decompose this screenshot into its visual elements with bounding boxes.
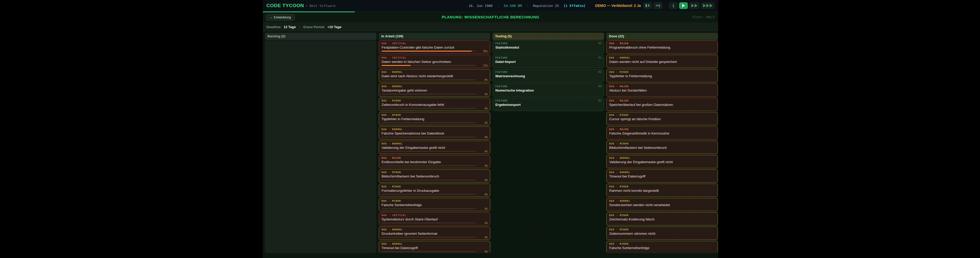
progress-percent: 0% [485,222,488,224]
column-header: Done (22) [606,33,718,40]
page-title: PLANUNG: WISSENSCHAFTLICHE BERECHNUNG [263,15,718,19]
card-title: Sonderzeichen werden nicht verarbeitet [609,203,715,207]
card-complexity-badge: K3 [598,71,601,74]
task-card[interactable]: BUG · CRITICAL Daten werden in falschen … [379,55,490,68]
card-title: Daten werden in falschen Sektor geschrie… [382,60,487,64]
task-card[interactable]: BUG · MINOR Zeichensatz-Kodierung falsch [606,212,718,226]
separator: | [497,4,499,8]
column-body: FEATURE K5 Statistikmodul FEATURE K2 Dat… [493,40,604,253]
card-complexity-badge: K2 [598,56,601,59]
progress-bar [382,208,476,209]
task-card[interactable]: BUG · MINOR Bildschirmflackern bei Seite… [379,169,490,183]
pause-button[interactable] [669,2,678,9]
progress-bar [382,223,476,223]
task-card[interactable]: BUG · MINOR Falsche Sortierreihenfolge 0… [379,198,490,211]
task-card[interactable]: BUG · MINOR Zeilennummern stimmen nicht [606,226,718,240]
task-card[interactable]: BUG · MAJOR Falsche Zeigerarithmetik in … [606,126,718,139]
card-complexity-badge: K5 [598,42,601,45]
progress-bar [382,94,476,95]
progress-percent: 0% [485,207,488,210]
company-name: Best Software [310,4,336,8]
deadline-strip: Deadline: 12 Tage | Grace Period: +10 Ta… [263,23,718,31]
card-type-label: BUG · NORMAL [609,157,715,159]
skip-to-end-button[interactable]: >>| [654,2,662,9]
column-header: In Arbeit (109) [379,33,490,40]
task-card[interactable]: BUG · NORMAL Tastatureingabe geht verlor… [379,83,490,97]
card-type-label: BUG · NORMAL [382,71,487,74]
fastest-forward-button[interactable] [701,2,714,9]
progress-percent: 0% [485,107,488,110]
card-title: Tastatureingabe geht verloren [382,88,487,92]
progress-percent: 0% [485,79,488,81]
play-button[interactable] [679,2,688,9]
task-card[interactable]: BUG · MINOR Rahmen nicht korrekt dargest… [606,184,718,197]
progress-bar [382,122,476,123]
card-title: Formatierungsfehler in Druckausgabe [382,189,487,192]
task-card[interactable]: BUG · NORMAL Daten werden nicht auf Disk… [606,55,718,68]
feature-card[interactable]: FEATURE K2 Datei-Import [493,55,604,68]
card-type-label: BUG · MINOR [382,99,487,102]
task-card[interactable]: BUG · MINOR Zeilenumbruch in Konsolenaus… [379,98,490,111]
card-type-label: FEATURE [495,71,601,74]
effects-badge[interactable]: [1 Effekte] [563,4,585,8]
task-card[interactable]: BUG · MINOR Cursor springt an falsche Po… [606,112,718,125]
column-testing: Testing (5) FEATURE K5 Statistikmodul FE… [493,33,604,253]
card-title: Bildschirmflackern bei Seitenumbruch [382,175,487,178]
status-readouts: 16. Jun 1980 | 54.598 DM | Reputation 25… [469,4,585,8]
task-card[interactable]: BUG · NORMAL Datei wird nach Absturz nic… [379,69,490,82]
feature-card[interactable]: FEATURE K5 Statistikmodul [493,40,604,54]
mute-x-label: X [648,4,649,7]
progress-bar [382,251,476,252]
task-card[interactable]: BUG · MAJOR Endlosschleife bei bestimmte… [379,155,490,168]
card-title: Timeout bei Dateizugriff [382,246,487,250]
card-title: Programmabbruch ohne Fehlermeldung [609,45,715,49]
fast-forward-button[interactable] [689,2,700,9]
card-complexity-badge: K6 [598,85,601,88]
card-type-label: FEATURE [495,42,601,45]
separator: | [299,25,300,29]
task-card[interactable]: BUG · NORMAL Falsche Speicheradresse bei… [379,126,490,139]
card-type-label: BUG · MAJOR [609,99,715,102]
task-card[interactable]: BUG · MINOR Falsche Sortierreihenfolge [606,241,718,253]
card-type-label: BUG · NORMAL [609,199,715,202]
feature-card[interactable]: FEATURE K3 Matrizenrechnung [493,69,604,82]
demo-remaining-label: DEMO — Verbleibend: 2 Ja [595,3,641,8]
card-title: Numerische Integration [495,88,601,92]
pause-icon [673,4,674,7]
progress-bar [382,179,476,181]
fastest-forward-icon [703,4,706,7]
mute-button[interactable]: X [643,2,652,9]
task-card[interactable]: BUG · MINOR Bildschirmflackern bei Seite… [606,141,718,154]
column-backlog: Backlog (0) [265,33,376,253]
play-icon [682,4,685,7]
card-complexity-badge: K3 [598,99,601,102]
task-card[interactable]: BUG · NORMAL Timeout bei Dateizugriff 0% [379,241,490,253]
reputation-value: Reputation 25 [533,4,559,8]
task-card[interactable]: BUG · MINOR Tippfehler in Fehlermeldung … [379,112,490,125]
task-card[interactable]: BUG · NORMAL Timeout bei Dateizugriff [606,169,718,183]
feature-card[interactable]: FEATURE K6 Numerische Integration [493,83,604,97]
task-card[interactable]: BUG · MAJOR Programmabbruch ohne Fehlerm… [606,40,718,54]
card-type-label: BUG · MINOR [609,114,715,116]
progress-bar [382,108,476,109]
feature-card[interactable]: FEATURE K3 Ergebnisexport [493,98,604,111]
card-type-label: BUG · NORMAL [382,228,487,231]
task-card[interactable]: BUG · MAJOR Absturz bei Sonderfällen [606,83,718,97]
task-card[interactable]: BUG · NORMAL Sonderzeichen werden nicht … [606,198,718,211]
task-card[interactable]: BUG · MINOR Tippfehler in Fehlermeldung [606,69,718,82]
card-title: Festplatten-Controller gibt falsche Date… [382,45,487,49]
card-title: Cursor springt an falsche Position [609,117,715,121]
task-card[interactable]: BUG · NORMAL Validierung der Eingabemask… [379,141,490,154]
task-card[interactable]: BUG · MAJOR Speicherüberlauf bei großen … [606,98,718,111]
progress-percent: 96% [483,50,488,53]
task-card[interactable]: BUG · CRITICAL Festplatten-Controller gi… [379,40,490,54]
task-card[interactable]: BUG · NORMAL Validierung der Eingabemask… [606,155,718,168]
task-card[interactable]: BUG · CRITICAL Systemabsturz durch Stack… [379,212,490,226]
game-window: CODE TYCOON ▸ Best Software 16. Jun 1980… [263,0,718,258]
card-title: Validierung der Eingabemaske greift nich… [609,160,715,164]
task-card[interactable]: BUG · NORMAL Druckertreiber ignoriert Se… [379,226,490,240]
card-title: Endlosschleife bei bestimmter Eingabe [382,160,487,164]
task-card[interactable]: BUG · MINOR Formatierungsfehler in Druck… [379,184,490,197]
column-done: Done (22) BUG · MAJOR Programmabbruch oh… [606,33,718,253]
card-title: Zeichensatz-Kodierung falsch [609,217,715,221]
